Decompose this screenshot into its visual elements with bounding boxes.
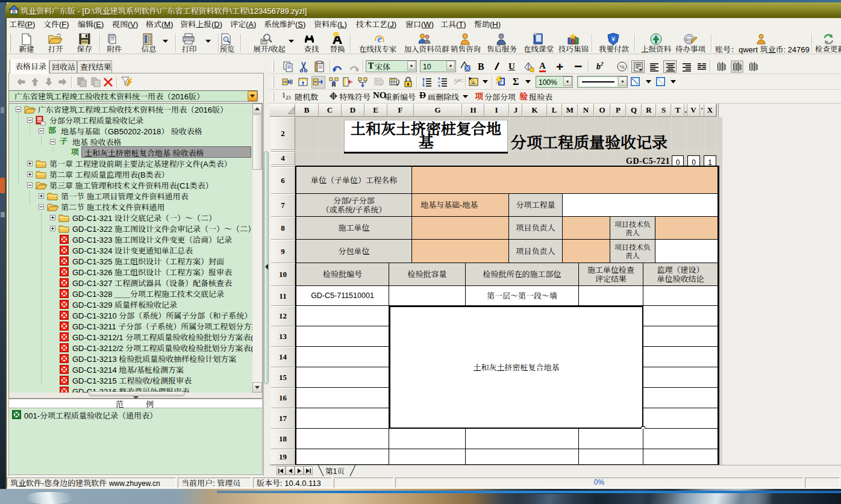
svg-text:ABC: ABC	[454, 78, 464, 83]
svg-text:⅛: ⅛	[620, 64, 625, 70]
svg-text:¥: ¥	[611, 36, 616, 43]
